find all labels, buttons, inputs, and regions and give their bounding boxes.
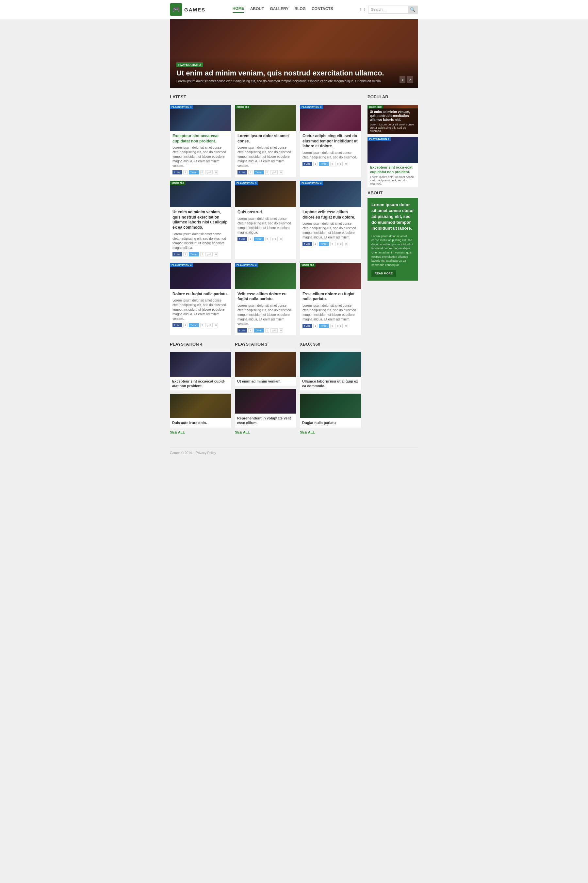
tw-btn-7[interactable]: Tweet	[189, 323, 199, 327]
popular-card2-text: Lorem ipsum dolor ut amet conse ctetur a…	[370, 175, 416, 185]
ps3-title: PLAYSTATION 3	[235, 342, 296, 348]
gp-count-4: 0	[214, 252, 218, 256]
ps4-card-1: Excepteur sint occaecat cupid-atat non p…	[170, 352, 231, 391]
tw-btn-6[interactable]: Tweet	[319, 242, 329, 246]
ps4-card-img-2	[170, 394, 231, 418]
ps3-card-2: Reprehenderit in voluptate velit esse ci…	[235, 389, 296, 427]
card-title-7: Dolore eu fugiat nulla pariatu.	[172, 292, 228, 297]
about-text-body: Lorem ipsum dolor sit amet conse ctetur …	[371, 234, 414, 267]
tw-btn-1[interactable]: Tweet	[189, 170, 199, 174]
gp-btn-7[interactable]: g+1	[206, 323, 213, 327]
fb-btn-8[interactable]: f Like	[237, 328, 247, 333]
card-text-3: Lorem ipsum dolor sit amet conse ctetur …	[303, 151, 358, 160]
gp-count-5: 0	[279, 237, 283, 241]
hero-prev-button[interactable]: ‹	[399, 76, 406, 83]
card-social-3: f Like 1 Tweet 5 g+1 0	[303, 162, 358, 166]
hero-description: Lorem ipsum dolor sit amet conse ctetur …	[176, 79, 412, 83]
ps3-card-1: Ut enim ad minim veniam	[235, 352, 296, 386]
fb-count-3: 1	[313, 162, 317, 166]
card-text-8: Lorem ipsum dolor sit amet conse ctetur …	[237, 303, 293, 326]
gp-count-6: 0	[344, 242, 348, 246]
main-nav: HOME ABOUT GALLERY BLOG CONTACTS	[232, 6, 333, 13]
search-box[interactable]: 🔍	[368, 6, 418, 14]
card-badge-6: PLAYSTATION 4	[300, 181, 323, 185]
hero-next-button[interactable]: ›	[407, 76, 413, 83]
card-title-2: Lorem ipsum dolor sit amet conse.	[237, 133, 293, 144]
card-social-4: f Like 1 Tweet 5 g+1 0	[172, 252, 228, 256]
popular-img-1: XBOX 360 Ut enim ad minim veniam, quis n…	[368, 105, 418, 134]
tw-btn-9[interactable]: Tweet	[319, 324, 329, 328]
card-image-4: XBOX 360	[170, 181, 231, 207]
card-image-8: PLAYSTATION 4	[235, 263, 296, 289]
latest-card-9: XBOX 360 Esse cillum dolore eu fugiat nu…	[300, 263, 361, 335]
nav-gallery[interactable]: GALLERY	[270, 6, 288, 12]
card-text-2: Lorem ipsum dolor sit amet conse ctetur …	[237, 145, 293, 168]
search-button[interactable]: 🔍	[408, 6, 418, 13]
card-social-9: f Like 1 Tweet 5 g+1 0	[303, 324, 358, 328]
latest-card-6: PLAYSTATION 4 Luptate velit esse cillum …	[300, 181, 361, 259]
latest-card-5: PLAYSTATION 3 Quis nostrud. Lorem ipsum …	[235, 181, 296, 259]
nav-contacts[interactable]: CONTACTS	[312, 6, 333, 12]
tw-count-1: 0	[200, 170, 204, 174]
fb-btn-7[interactable]: f Like	[172, 323, 182, 327]
fb-btn-9[interactable]: f Like	[303, 324, 312, 328]
card-social-1: f Like 1 Tweet 0 g+1 0	[172, 170, 228, 174]
gp-btn-1[interactable]: g+1	[206, 170, 213, 174]
fb-btn-4[interactable]: f Like	[172, 252, 182, 256]
nav-blog[interactable]: BLOG	[294, 6, 306, 12]
ps3-card-title-1: Ut enim ad minim veniam	[237, 379, 294, 384]
card-text-5: Lorem ipsum dolor sit amet conse ctetur …	[237, 217, 293, 235]
gp-btn-3[interactable]: g+1	[336, 162, 343, 166]
gp-btn-9[interactable]: g+1	[336, 324, 343, 328]
ps4-see-all[interactable]: SEE ALL	[170, 430, 185, 434]
xbox-see-all[interactable]: SEE ALL	[300, 430, 315, 434]
privacy-link[interactable]: Privacy Policy	[196, 451, 216, 455]
gp-btn-5[interactable]: g+1	[270, 237, 278, 241]
ps4-card-title-2: Duis aute irure dolo.	[172, 420, 229, 425]
gp-count-7: 0	[214, 323, 218, 327]
xbox-title: XBOX 360	[300, 342, 361, 348]
popular-badge-2: PLAYSTATION 4	[368, 137, 391, 141]
card-image-7: PLAYSTATION 4	[170, 263, 231, 289]
card-title-1: Excepteur sint occa-ecat cupidatat non p…	[172, 133, 228, 144]
ps3-see-all[interactable]: SEE ALL	[235, 430, 250, 434]
card-text-6: Lorem ipsum dolor sit amet conse ctetur …	[303, 222, 358, 240]
twitter-icon[interactable]: t	[364, 7, 365, 12]
logo-icon: 🎮	[170, 3, 182, 16]
nav-about[interactable]: ABOUT	[250, 6, 264, 12]
fb-btn-3[interactable]: f Like	[303, 162, 312, 166]
fb-btn-1[interactable]: f Like	[172, 170, 182, 174]
gp-btn-6[interactable]: g+1	[336, 242, 343, 246]
latest-card-3: PLAYSTATION 3 Ctetur adipisicing elit, s…	[300, 105, 361, 177]
gp-btn-4[interactable]: g+1	[206, 252, 213, 256]
hero-overlay: PLAYSTATION 3 Ut enim ad minim veniam, q…	[170, 57, 418, 88]
ps4-category: PLAYSTATION 4 Excepteur sint occaecat cu…	[170, 342, 231, 435]
fb-btn-6[interactable]: f Like	[303, 242, 312, 246]
read-more-button[interactable]: READ MORE	[371, 270, 396, 277]
gp-btn-2[interactable]: g+1	[270, 170, 278, 174]
category-sections: PLAYSTATION 4 Excepteur sint occaecat cu…	[170, 342, 361, 435]
logo[interactable]: 🎮 GAMES	[170, 3, 206, 16]
ps3-card-title-2: Reprehenderit in voluptate velit esse ci…	[237, 416, 294, 425]
popular-card-2: PLAYSTATION 4 Excepteur sint occa-ecat c…	[368, 137, 418, 187]
tw-btn-8[interactable]: Tweet	[254, 328, 264, 333]
gp-btn-8[interactable]: g+1	[270, 328, 278, 333]
fb-btn-5[interactable]: f Like	[237, 237, 247, 241]
card-image-3: PLAYSTATION 3	[300, 105, 361, 131]
fb-btn-2[interactable]: f Like	[237, 170, 247, 174]
tw-btn-2[interactable]: Tweet	[254, 170, 264, 174]
main-content: LATEST PLAYSTATION 4 Excepteur sint occa…	[170, 94, 361, 441]
tw-btn-3[interactable]: Tweet	[319, 162, 329, 166]
card-text-7: Lorem ipsum dolor sit amet conse ctetur …	[172, 298, 228, 321]
popular-card2-title: Excepteur sint occa-ecat cupidatat non p…	[370, 165, 416, 174]
facebook-icon[interactable]: f	[360, 7, 361, 12]
gp-count-9: 0	[344, 324, 348, 328]
tw-btn-4[interactable]: Tweet	[189, 252, 199, 256]
popular-card-1: XBOX 360 Ut enim ad minim veniam, quis n…	[368, 105, 418, 134]
card-text-1: Lorem ipsum dolor sit amet conse ctetur …	[172, 145, 228, 168]
footer-text: Games © 2014.	[170, 451, 193, 455]
search-input[interactable]	[369, 6, 408, 13]
nav-home[interactable]: HOME	[232, 6, 244, 13]
tw-btn-5[interactable]: Tweet	[254, 237, 264, 241]
card-badge-7: PLAYSTATION 4	[170, 263, 193, 267]
